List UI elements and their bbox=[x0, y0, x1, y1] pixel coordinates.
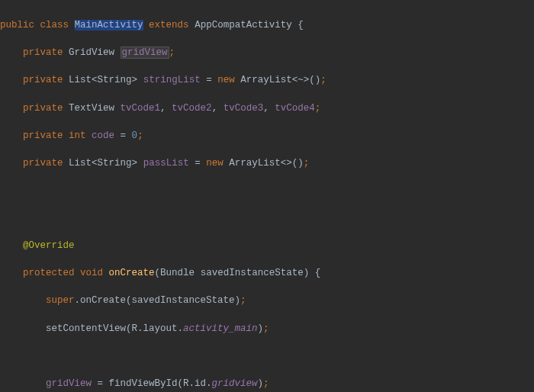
code-line: setContentView(R.layout.activity_main); bbox=[0, 322, 534, 336]
code-line: private List<String> passList = new Arra… bbox=[0, 156, 534, 170]
keyword: public bbox=[0, 20, 34, 31]
code-line: protected void onCreate(Bundle savedInst… bbox=[0, 266, 534, 280]
code-line: @Override bbox=[0, 239, 534, 252]
code-line: private int code = 0; bbox=[0, 129, 534, 143]
field-gridview: gridView bbox=[121, 47, 169, 59]
code-line: super.onCreate(savedInstanceState); bbox=[0, 294, 534, 307]
annotation: @Override bbox=[23, 240, 75, 251]
supertype: AppCompatActivity bbox=[195, 20, 292, 31]
code-line: gridView = findViewById(R.id.gridview); bbox=[0, 377, 534, 390]
method-oncreate: onCreate bbox=[109, 268, 155, 278]
code-line: private List<String> stringList = new Ar… bbox=[0, 73, 534, 87]
class-name: MainActivity bbox=[75, 20, 143, 31]
code-line: private GridView gridView; bbox=[0, 46, 534, 59]
keyword: extends bbox=[149, 20, 189, 31]
blank-line bbox=[0, 184, 534, 198]
blank-line bbox=[0, 349, 534, 363]
code-line: private TextView tvCode1, tvCode2, tvCod… bbox=[0, 101, 534, 115]
code-editor[interactable]: public class MainActivity extends AppCom… bbox=[0, 5, 534, 392]
code-line: public class MainActivity extends AppCom… bbox=[0, 18, 534, 32]
blank-line bbox=[0, 211, 534, 225]
keyword: class bbox=[40, 20, 69, 31]
